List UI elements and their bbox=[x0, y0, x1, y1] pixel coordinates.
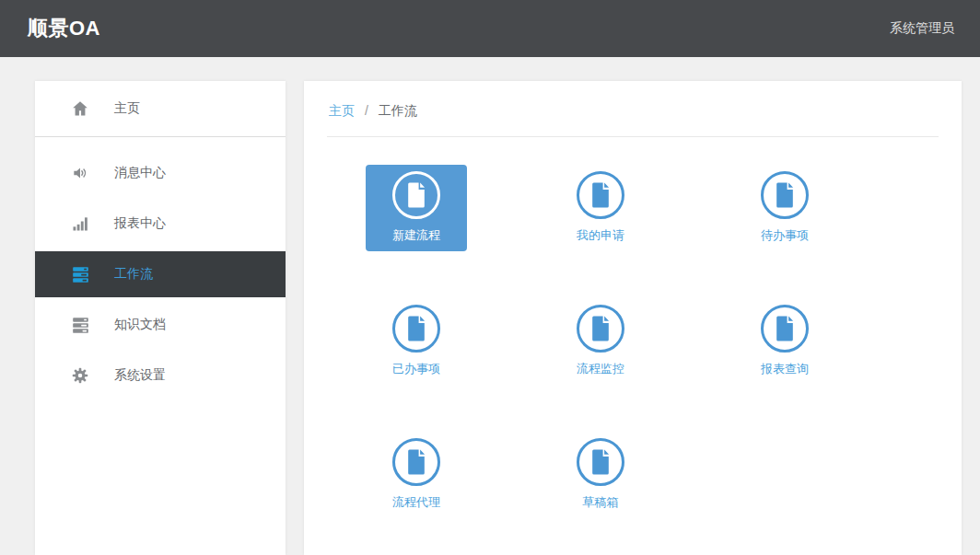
user-menu[interactable]: 系统管理员 bbox=[890, 20, 954, 37]
tile-label: 流程监控 bbox=[577, 361, 624, 377]
app-header: 顺景OA 系统管理员 bbox=[0, 0, 980, 57]
document-icon bbox=[761, 171, 809, 219]
home-icon bbox=[70, 98, 90, 119]
gear-icon bbox=[70, 365, 90, 386]
sidebar-item-reports[interactable]: 报表中心 bbox=[35, 201, 286, 247]
sidebar-item-workflow[interactable]: 工作流 bbox=[35, 251, 286, 297]
workflow-grid: 新建流程 我的申请 待办事项 bbox=[366, 165, 937, 555]
tile-label: 报表查询 bbox=[761, 361, 809, 377]
tile-process-monitor[interactable]: 流程监控 bbox=[550, 298, 651, 385]
app-title: 顺景OA bbox=[28, 15, 100, 42]
tile-label: 已办事项 bbox=[392, 361, 440, 377]
breadcrumb-separator: / bbox=[365, 103, 368, 118]
document-icon bbox=[577, 305, 624, 353]
breadcrumb-current: 工作流 bbox=[379, 103, 417, 118]
sidebar-item-label: 系统设置 bbox=[114, 367, 166, 384]
sidebar-item-label: 报表中心 bbox=[114, 215, 166, 232]
tile-label: 我的申请 bbox=[577, 227, 624, 244]
sidebar-item-label: 主页 bbox=[114, 100, 140, 117]
sidebar-list: 消息中心 报表中心 bbox=[35, 137, 286, 399]
sidebar: 主页 消息中心 报表中心 bbox=[35, 81, 286, 555]
sidebar-item-messages[interactable]: 消息中心 bbox=[35, 150, 286, 196]
tile-my-applications[interactable]: 我的申请 bbox=[550, 165, 651, 251]
tile-done-items[interactable]: 已办事项 bbox=[366, 298, 467, 385]
tile-drafts[interactable]: 草稿箱 bbox=[550, 432, 651, 518]
document-icon bbox=[577, 171, 624, 219]
sidebar-item-settings[interactable]: 系统设置 bbox=[35, 353, 286, 399]
document-icon bbox=[392, 305, 440, 353]
bar-chart-icon bbox=[70, 214, 90, 234]
tile-process-delegate[interactable]: 流程代理 bbox=[366, 432, 467, 518]
tile-new-process[interactable]: 新建流程 bbox=[366, 165, 467, 251]
sidebar-item-home[interactable]: 主页 bbox=[35, 81, 286, 136]
tile-label: 流程代理 bbox=[392, 494, 440, 511]
sidebar-item-label: 消息中心 bbox=[114, 165, 166, 181]
server-icon bbox=[70, 264, 90, 284]
document-icon bbox=[392, 438, 440, 486]
document-icon bbox=[577, 438, 624, 486]
tile-label: 待办事项 bbox=[761, 227, 809, 244]
server-icon bbox=[70, 315, 90, 335]
breadcrumb: 主页 / 工作流 bbox=[327, 81, 939, 137]
sidebar-item-label: 工作流 bbox=[114, 266, 153, 283]
speaker-icon bbox=[70, 163, 90, 183]
tile-todo-items[interactable]: 待办事项 bbox=[734, 165, 835, 251]
tile-report-query[interactable]: 报表查询 bbox=[734, 298, 835, 385]
tile-label: 草稿箱 bbox=[583, 494, 619, 511]
document-icon bbox=[392, 171, 440, 219]
main-panel: 主页 / 工作流 新建流程 我的申请 bbox=[304, 81, 962, 555]
tile-label: 新建流程 bbox=[392, 227, 440, 244]
breadcrumb-home-link[interactable]: 主页 bbox=[329, 103, 355, 118]
document-icon bbox=[761, 305, 809, 353]
sidebar-item-label: 知识文档 bbox=[114, 317, 166, 333]
sidebar-item-knowledge-docs[interactable]: 知识文档 bbox=[35, 302, 286, 348]
